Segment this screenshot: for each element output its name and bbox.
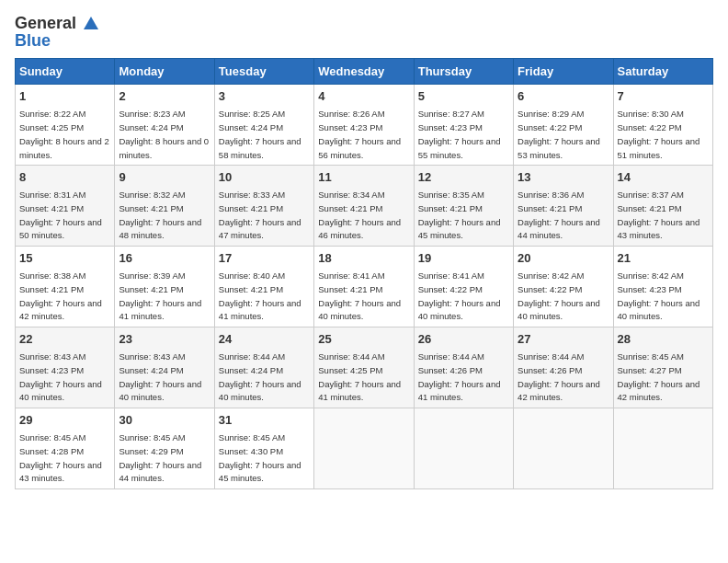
day-number: 7 [618, 88, 709, 105]
day-number: 30 [119, 412, 210, 429]
day-info: Sunrise: 8:27 AM Sunset: 4:23 PM Dayligh… [418, 109, 501, 159]
svg-marker-0 [84, 17, 98, 29]
day-number: 10 [219, 169, 310, 186]
logo: General Blue [15, 15, 101, 51]
day-number: 13 [518, 169, 609, 186]
day-info: Sunrise: 8:34 AM Sunset: 4:21 PM Dayligh… [318, 190, 401, 240]
day-info: Sunrise: 8:45 AM Sunset: 4:27 PM Dayligh… [618, 351, 700, 402]
day-number: 4 [318, 88, 409, 105]
calendar-cell: 19 Sunrise: 8:41 AM Sunset: 4:22 PM Dayl… [414, 247, 513, 327]
calendar-week-row: 15 Sunrise: 8:38 AM Sunset: 4:21 PM Dayl… [16, 247, 713, 327]
day-number: 17 [219, 250, 310, 267]
day-number: 21 [618, 250, 709, 267]
day-info: Sunrise: 8:37 AM Sunset: 4:21 PM Dayligh… [618, 190, 700, 240]
day-number: 22 [19, 331, 110, 348]
calendar-cell: 13 Sunrise: 8:36 AM Sunset: 4:21 PM Dayl… [514, 166, 613, 247]
day-number: 2 [119, 88, 210, 105]
calendar-week-row: 29 Sunrise: 8:45 AM Sunset: 4:28 PM Dayl… [16, 408, 713, 489]
day-info: Sunrise: 8:43 AM Sunset: 4:23 PM Dayligh… [19, 351, 102, 402]
calendar-header-row: SundayMondayTuesdayWednesdayThursdayFrid… [16, 59, 713, 85]
day-info: Sunrise: 8:44 AM Sunset: 4:24 PM Dayligh… [219, 351, 301, 402]
calendar-cell [613, 408, 712, 489]
day-number: 1 [19, 88, 110, 105]
day-info: Sunrise: 8:36 AM Sunset: 4:21 PM Dayligh… [518, 190, 600, 240]
calendar-cell: 10 Sunrise: 8:33 AM Sunset: 4:21 PM Dayl… [214, 166, 313, 247]
day-header-sunday: Sunday [16, 59, 115, 85]
calendar-cell: 22 Sunrise: 8:43 AM Sunset: 4:23 PM Dayl… [16, 327, 115, 408]
calendar-cell: 26 Sunrise: 8:44 AM Sunset: 4:26 PM Dayl… [414, 327, 513, 408]
calendar-cell: 3 Sunrise: 8:25 AM Sunset: 4:24 PM Dayli… [214, 85, 313, 166]
calendar-cell [314, 408, 414, 489]
day-info: Sunrise: 8:42 AM Sunset: 4:22 PM Dayligh… [518, 270, 600, 321]
day-number: 20 [518, 250, 609, 267]
day-number: 5 [418, 88, 509, 105]
logo-blue-text: Blue [15, 31, 51, 51]
day-number: 29 [19, 412, 110, 429]
day-number: 16 [119, 250, 210, 267]
calendar-cell: 6 Sunrise: 8:29 AM Sunset: 4:22 PM Dayli… [514, 85, 613, 166]
day-info: Sunrise: 8:45 AM Sunset: 4:30 PM Dayligh… [219, 432, 301, 483]
calendar-cell: 27 Sunrise: 8:44 AM Sunset: 4:26 PM Dayl… [514, 327, 613, 408]
day-info: Sunrise: 8:42 AM Sunset: 4:23 PM Dayligh… [618, 270, 700, 321]
day-number: 25 [318, 331, 409, 348]
calendar-cell: 11 Sunrise: 8:34 AM Sunset: 4:21 PM Dayl… [314, 166, 414, 247]
calendar-cell: 15 Sunrise: 8:38 AM Sunset: 4:21 PM Dayl… [16, 247, 115, 327]
calendar-cell: 18 Sunrise: 8:41 AM Sunset: 4:21 PM Dayl… [314, 247, 414, 327]
day-number: 27 [518, 331, 609, 348]
day-info: Sunrise: 8:44 AM Sunset: 4:26 PM Dayligh… [418, 351, 501, 402]
calendar-cell: 23 Sunrise: 8:43 AM Sunset: 4:24 PM Dayl… [115, 327, 214, 408]
day-number: 18 [318, 250, 409, 267]
calendar-cell: 2 Sunrise: 8:23 AM Sunset: 4:24 PM Dayli… [115, 85, 214, 166]
calendar-cell: 4 Sunrise: 8:26 AM Sunset: 4:23 PM Dayli… [314, 85, 414, 166]
calendar-cell: 9 Sunrise: 8:32 AM Sunset: 4:21 PM Dayli… [115, 166, 214, 247]
day-info: Sunrise: 8:41 AM Sunset: 4:21 PM Dayligh… [318, 270, 401, 321]
day-info: Sunrise: 8:22 AM Sunset: 4:25 PM Dayligh… [19, 109, 109, 159]
day-header-monday: Monday [115, 59, 214, 85]
day-info: Sunrise: 8:32 AM Sunset: 4:21 PM Dayligh… [119, 190, 201, 240]
day-info: Sunrise: 8:38 AM Sunset: 4:21 PM Dayligh… [19, 270, 102, 321]
page-header: General Blue [15, 15, 713, 51]
calendar-cell: 31 Sunrise: 8:45 AM Sunset: 4:30 PM Dayl… [214, 408, 313, 489]
day-header-friday: Friday [514, 59, 613, 85]
day-info: Sunrise: 8:31 AM Sunset: 4:21 PM Dayligh… [19, 190, 102, 240]
calendar-week-row: 1 Sunrise: 8:22 AM Sunset: 4:25 PM Dayli… [16, 85, 713, 166]
day-info: Sunrise: 8:39 AM Sunset: 4:21 PM Dayligh… [119, 270, 201, 321]
calendar-cell: 8 Sunrise: 8:31 AM Sunset: 4:21 PM Dayli… [16, 166, 115, 247]
calendar-cell: 14 Sunrise: 8:37 AM Sunset: 4:21 PM Dayl… [613, 166, 712, 247]
calendar-week-row: 22 Sunrise: 8:43 AM Sunset: 4:23 PM Dayl… [16, 327, 713, 408]
day-info: Sunrise: 8:44 AM Sunset: 4:25 PM Dayligh… [318, 351, 401, 402]
day-info: Sunrise: 8:43 AM Sunset: 4:24 PM Dayligh… [119, 351, 201, 402]
day-info: Sunrise: 8:25 AM Sunset: 4:24 PM Dayligh… [219, 109, 301, 159]
calendar-cell: 1 Sunrise: 8:22 AM Sunset: 4:25 PM Dayli… [16, 85, 115, 166]
day-info: Sunrise: 8:23 AM Sunset: 4:24 PM Dayligh… [119, 109, 209, 159]
calendar-table: SundayMondayTuesdayWednesdayThursdayFrid… [15, 58, 713, 489]
day-info: Sunrise: 8:40 AM Sunset: 4:21 PM Dayligh… [219, 270, 301, 321]
calendar-cell: 28 Sunrise: 8:45 AM Sunset: 4:27 PM Dayl… [613, 327, 712, 408]
day-number: 3 [219, 88, 310, 105]
calendar-cell: 17 Sunrise: 8:40 AM Sunset: 4:21 PM Dayl… [214, 247, 313, 327]
day-info: Sunrise: 8:41 AM Sunset: 4:22 PM Dayligh… [418, 270, 501, 321]
logo-triangle-icon [82, 15, 100, 33]
day-info: Sunrise: 8:29 AM Sunset: 4:22 PM Dayligh… [518, 109, 600, 159]
calendar-cell: 20 Sunrise: 8:42 AM Sunset: 4:22 PM Dayl… [514, 247, 613, 327]
day-header-saturday: Saturday [613, 59, 712, 85]
day-header-thursday: Thursday [414, 59, 513, 85]
calendar-cell: 30 Sunrise: 8:45 AM Sunset: 4:29 PM Dayl… [115, 408, 214, 489]
calendar-cell: 16 Sunrise: 8:39 AM Sunset: 4:21 PM Dayl… [115, 247, 214, 327]
day-info: Sunrise: 8:26 AM Sunset: 4:23 PM Dayligh… [318, 109, 401, 159]
day-header-wednesday: Wednesday [314, 59, 414, 85]
calendar-cell: 29 Sunrise: 8:45 AM Sunset: 4:28 PM Dayl… [16, 408, 115, 489]
day-number: 15 [19, 250, 110, 267]
day-number: 6 [518, 88, 609, 105]
day-header-tuesday: Tuesday [214, 59, 313, 85]
calendar-cell [514, 408, 613, 489]
day-number: 26 [418, 331, 509, 348]
day-number: 23 [119, 331, 210, 348]
day-info: Sunrise: 8:45 AM Sunset: 4:29 PM Dayligh… [119, 432, 201, 483]
calendar-week-row: 8 Sunrise: 8:31 AM Sunset: 4:21 PM Dayli… [16, 166, 713, 247]
day-number: 31 [219, 412, 310, 429]
day-number: 28 [618, 331, 709, 348]
calendar-cell: 25 Sunrise: 8:44 AM Sunset: 4:25 PM Dayl… [314, 327, 414, 408]
day-number: 9 [119, 169, 210, 186]
calendar-cell: 5 Sunrise: 8:27 AM Sunset: 4:23 PM Dayli… [414, 85, 513, 166]
